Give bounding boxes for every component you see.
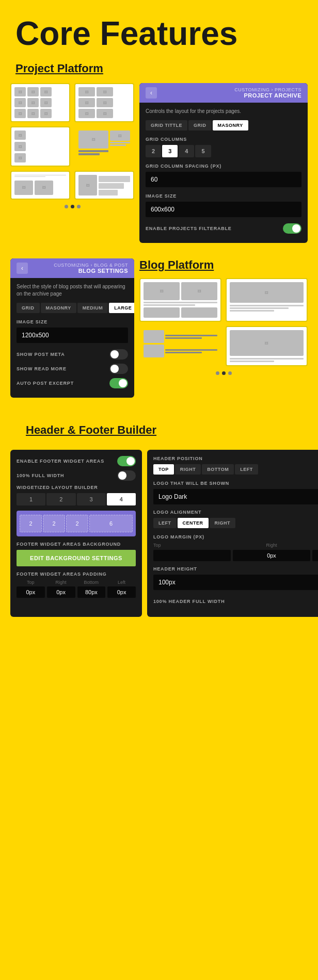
blog-dot-1[interactable] bbox=[216, 371, 219, 375]
project-thumbnails-panel: 🖼 🖼 🖼 🖼 🖼 🖼 🖼 🖼 🖼 🖼 🖼 bbox=[10, 83, 134, 243]
thumb-img: 🖼 bbox=[78, 87, 95, 96]
blog-tab-medium[interactable]: MEDIUM bbox=[77, 303, 108, 313]
show-post-meta-toggle[interactable] bbox=[109, 349, 128, 360]
thumb-img: 🖼 bbox=[40, 109, 52, 118]
project-thumb-6[interactable]: 🖼 bbox=[74, 171, 134, 200]
blog-thumb-4[interactable]: 🖼 bbox=[226, 326, 308, 366]
blog-settings-body: Select the style of blog posts that will… bbox=[10, 278, 134, 398]
filterable-toggle[interactable] bbox=[283, 223, 301, 234]
thumb-img: 🖼 bbox=[144, 282, 180, 300]
grid-spacing-input[interactable] bbox=[146, 172, 301, 187]
thumb-img: 🖼 bbox=[230, 330, 304, 356]
thumb-img: 🖼 bbox=[27, 98, 39, 107]
logo-shown-label: LOGO THAT WILL BE SHOWN bbox=[153, 481, 318, 486]
thumb-img: 🖼 bbox=[78, 98, 95, 107]
project-thumb-4[interactable]: 🖼 🖼 bbox=[74, 126, 134, 167]
widget-num-3[interactable]: 3 bbox=[77, 493, 106, 505]
project-thumb-5[interactable]: 🖼 🖼 bbox=[10, 171, 70, 200]
project-platform-title: Project Platform bbox=[0, 57, 318, 83]
padding-left-input[interactable] bbox=[107, 586, 136, 598]
blog-image-size-input[interactable] bbox=[17, 328, 128, 343]
blog-back-button[interactable]: ‹ bbox=[17, 263, 28, 274]
blog-thumb-2[interactable]: 🖼 bbox=[226, 278, 308, 322]
dot-1[interactable] bbox=[65, 205, 68, 208]
full-width-toggle[interactable] bbox=[117, 470, 136, 481]
image-size-input[interactable] bbox=[146, 202, 301, 217]
logo-margin-grid: Top Right Bottom Left bbox=[153, 543, 318, 561]
blog-tab-grid[interactable]: GRID bbox=[17, 303, 40, 313]
tab-grid[interactable]: GRID bbox=[188, 120, 212, 130]
thumb-img: 🖼 bbox=[97, 87, 113, 96]
thumb-img: 🖼 bbox=[78, 109, 95, 118]
padding-top-input[interactable] bbox=[17, 586, 45, 598]
margin-top-input[interactable] bbox=[153, 550, 231, 561]
blog-tab-masonry[interactable]: MASONRY bbox=[41, 303, 76, 313]
thumb-img: 🖼 bbox=[14, 87, 26, 96]
align-right-btn[interactable]: RIGHT bbox=[210, 518, 236, 528]
logo-margin-label: LOGO MARGIN (PX) bbox=[153, 534, 318, 540]
blog-dot-2[interactable] bbox=[222, 371, 226, 375]
margin-bottom-input[interactable] bbox=[312, 550, 318, 561]
dot-3[interactable] bbox=[77, 205, 81, 208]
margin-right-input[interactable] bbox=[233, 550, 310, 561]
col-3-btn[interactable]: 3 bbox=[162, 145, 178, 157]
tab-grid-title[interactable]: GRID TITTLE bbox=[146, 120, 187, 130]
show-post-meta-label: SHOW POST META bbox=[17, 352, 65, 357]
footer-widget-toggle[interactable] bbox=[117, 456, 136, 466]
blog-settings-header: ‹ CUSTOMIZING › BLOG & POST BLOG SETTING… bbox=[10, 258, 134, 278]
thumb-img bbox=[181, 307, 217, 318]
project-platform-section: 🖼 🖼 🖼 🖼 🖼 🖼 🖼 🖼 🖼 🖼 🖼 bbox=[0, 83, 318, 253]
widget-cell-2: 2 bbox=[43, 515, 65, 532]
toggle-knob bbox=[110, 350, 119, 358]
blog-dot-3[interactable] bbox=[228, 371, 232, 375]
project-thumb-1[interactable]: 🖼 🖼 🖼 🖼 🖼 🖼 🖼 🖼 🖼 bbox=[10, 83, 70, 122]
thumb-img: 🖼 bbox=[40, 87, 52, 96]
thumb-img: 🖼 bbox=[35, 181, 53, 195]
widget-num-row: 1 2 3 4 bbox=[17, 493, 136, 505]
position-bottom-btn[interactable]: BOTTOM bbox=[202, 464, 234, 475]
position-right-btn[interactable]: RIGHT bbox=[175, 464, 201, 475]
widget-num-2[interactable]: 2 bbox=[46, 493, 75, 505]
tab-masonry[interactable]: MASONRY bbox=[213, 120, 248, 130]
thumb-img: 🖼 bbox=[14, 142, 26, 151]
widget-num-1[interactable]: 1 bbox=[17, 493, 45, 505]
blog-platform-title: Blog Platform bbox=[139, 258, 308, 272]
project-thumb-2[interactable]: 🖼 🖼 🖼 🖼 🖼 🖼 bbox=[74, 83, 134, 122]
padding-right-label: Right bbox=[56, 580, 67, 585]
grid-columns-label: GRID COLUMNS bbox=[146, 137, 301, 142]
toggle-knob bbox=[118, 471, 126, 480]
auto-excerpt-toggle[interactable] bbox=[109, 378, 128, 388]
logo-shown-select[interactable]: Logo Dark ▼ bbox=[153, 489, 318, 504]
col-4-btn[interactable]: 4 bbox=[179, 145, 194, 157]
position-top-btn[interactable]: TOP bbox=[153, 464, 174, 475]
widget-num-4[interactable]: 4 bbox=[107, 493, 136, 505]
margin-col-label-top: Top bbox=[153, 543, 231, 548]
grid-spacing-label: GRID COLUMN SPACING (PX) bbox=[146, 164, 301, 169]
align-left-btn[interactable]: LEFT bbox=[153, 518, 177, 528]
padding-bottom-input[interactable] bbox=[77, 586, 106, 598]
col-2-btn[interactable]: 2 bbox=[146, 145, 161, 157]
edit-background-button[interactable]: EDIT BACKGROUND SETTINGS bbox=[17, 550, 136, 566]
project-settings-header: ‹ CUSTOMIZING › PROJECTS PROJECT ARCHIVE bbox=[139, 83, 308, 103]
header-height-input[interactable] bbox=[153, 575, 318, 590]
margin-col-label-right: Right bbox=[233, 543, 310, 548]
col-5-btn[interactable]: 5 bbox=[195, 145, 211, 157]
padding-bottom-label: Bottom bbox=[84, 580, 99, 585]
thumb-img: 🖼 bbox=[181, 282, 217, 300]
align-center-btn[interactable]: CENTER bbox=[178, 518, 209, 528]
thumb-img: 🖼 bbox=[40, 98, 52, 107]
project-back-button[interactable]: ‹ bbox=[146, 87, 157, 99]
padding-right-input[interactable] bbox=[47, 586, 75, 598]
blog-thumb-1[interactable]: 🖼 🖼 bbox=[139, 278, 221, 322]
blog-breadcrumb: CUSTOMIZING › BLOG & POST bbox=[32, 263, 128, 268]
show-read-more-row: SHOW READ MORE bbox=[17, 364, 128, 374]
header-height-label: HEADER HEIGHT bbox=[153, 566, 318, 571]
blog-thumb-3[interactable] bbox=[139, 326, 221, 366]
position-left-btn[interactable]: LEFT bbox=[235, 464, 258, 475]
show-read-more-toggle[interactable] bbox=[109, 364, 128, 374]
blog-tab-large[interactable]: LARGE bbox=[109, 303, 134, 313]
project-thumb-3[interactable]: 🖼 🖼 🖼 bbox=[10, 126, 70, 167]
core-features-title: Core Features bbox=[0, 0, 318, 57]
dot-2[interactable] bbox=[71, 205, 74, 208]
thumb-img: 🖼 bbox=[110, 130, 130, 141]
